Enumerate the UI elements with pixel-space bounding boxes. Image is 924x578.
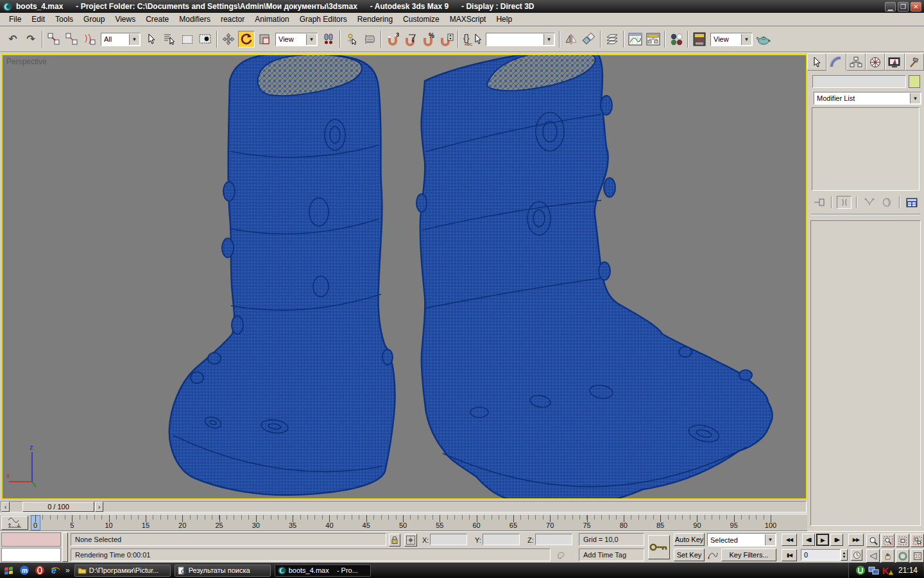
time-slider-track[interactable] bbox=[1, 501, 807, 512]
add-time-tag[interactable]: Add Time Tag bbox=[579, 548, 644, 561]
time-configuration-button[interactable] bbox=[851, 549, 862, 561]
object-name-field[interactable] bbox=[812, 75, 906, 88]
menu-item-7[interactable]: reactor bbox=[216, 13, 250, 25]
render-setup-button[interactable] bbox=[691, 31, 708, 48]
selection-filter-dropdown[interactable]: All▼ bbox=[101, 33, 141, 46]
align-button[interactable] bbox=[581, 31, 597, 48]
quick-launch-opera[interactable] bbox=[33, 564, 46, 577]
percent-snap-toggle[interactable]: % bbox=[420, 31, 437, 48]
tab-utilities[interactable] bbox=[905, 53, 924, 71]
zoom-extents-button[interactable] bbox=[896, 534, 909, 547]
window-crossing-toggle[interactable] bbox=[197, 31, 214, 48]
snaps-toggle-button[interactable]: 3 bbox=[384, 31, 401, 48]
taskbar-button-3dsmax[interactable]: boots_4.max - Pro... bbox=[275, 565, 371, 577]
menu-item-9[interactable]: Graph Editors bbox=[295, 13, 352, 25]
bind-to-spacewarp-button[interactable] bbox=[81, 31, 98, 48]
menu-item-6[interactable]: Modifiers bbox=[174, 13, 216, 25]
minimize-button[interactable]: ▁ bbox=[885, 2, 896, 12]
listener-splitter[interactable] bbox=[62, 532, 68, 562]
quick-launch-maxthon[interactable]: m bbox=[18, 564, 31, 577]
tab-modify[interactable] bbox=[826, 53, 846, 71]
arc-rotate-button[interactable] bbox=[896, 549, 909, 563]
next-frame-button[interactable]: ▮▶ bbox=[830, 534, 843, 546]
select-by-name-button[interactable] bbox=[161, 31, 178, 48]
perspective-viewport[interactable]: Perspective bbox=[1, 54, 807, 500]
select-and-scale-button[interactable] bbox=[256, 31, 273, 48]
make-unique-button[interactable] bbox=[862, 196, 877, 209]
tab-create[interactable] bbox=[807, 53, 826, 71]
y-coord-field[interactable] bbox=[483, 534, 520, 545]
mirror-button[interactable] bbox=[563, 31, 579, 48]
modifier-list-dropdown[interactable]: Modifier List▼ bbox=[814, 92, 921, 105]
menu-item-10[interactable]: Rendering bbox=[352, 13, 398, 25]
default-in-out-tangents-button[interactable] bbox=[707, 548, 719, 561]
previous-frame-arrow[interactable]: ‹ bbox=[1, 502, 10, 512]
go-to-start-button[interactable]: ◀◀ bbox=[782, 534, 797, 546]
z-coord-field[interactable] bbox=[535, 534, 572, 545]
render-type-dropdown[interactable]: View▼ bbox=[710, 33, 753, 46]
modifier-stack-list[interactable] bbox=[812, 107, 920, 191]
pan-button[interactable] bbox=[881, 549, 894, 563]
reference-coordinate-dropdown[interactable]: View▼ bbox=[275, 33, 318, 46]
quick-launch-ie[interactable]: e bbox=[49, 564, 62, 577]
menu-item-12[interactable]: MAXScript bbox=[445, 13, 492, 25]
show-end-result-button[interactable] bbox=[837, 196, 851, 209]
object-color-swatch[interactable] bbox=[909, 75, 920, 88]
open-mini-curve-editor-button[interactable] bbox=[1, 516, 28, 530]
zoom-all-button[interactable] bbox=[881, 534, 894, 547]
title-bar[interactable]: boots_4.max - Project Folder: C:\Documen… bbox=[0, 0, 924, 13]
close-button[interactable]: ✕ bbox=[911, 2, 921, 12]
menu-item-5[interactable]: Create bbox=[141, 13, 174, 25]
menu-item-11[interactable]: Customize bbox=[398, 13, 445, 25]
pin-stack-button[interactable] bbox=[812, 196, 826, 209]
select-and-move-button[interactable] bbox=[220, 31, 237, 48]
tab-hierarchy[interactable] bbox=[846, 53, 866, 71]
menu-item-8[interactable]: Animation bbox=[250, 13, 294, 25]
tab-motion[interactable] bbox=[866, 53, 885, 71]
communicate-icon[interactable] bbox=[554, 548, 567, 561]
menu-item-2[interactable]: Tools bbox=[50, 13, 78, 25]
select-object-button[interactable] bbox=[143, 31, 160, 48]
key-mode-dropdown[interactable]: Selected▼ bbox=[707, 533, 776, 547]
next-frame-arrow[interactable]: › bbox=[95, 502, 103, 512]
use-pivot-center-button[interactable] bbox=[320, 31, 337, 48]
antivirus-tray-icon[interactable]: K! bbox=[882, 566, 893, 575]
play-button[interactable]: ▶ bbox=[816, 534, 829, 546]
menu-item-1[interactable]: Edit bbox=[26, 13, 50, 25]
angle-snap-toggle[interactable] bbox=[402, 31, 419, 48]
taskbar-button-explorer[interactable]: D:\Програмки\Pictur... bbox=[74, 565, 171, 577]
menu-item-4[interactable]: Views bbox=[110, 13, 141, 25]
edit-named-selection-sets-button[interactable]: {}ABC bbox=[461, 31, 483, 48]
select-and-rotate-button[interactable] bbox=[238, 31, 255, 48]
named-selection-dropdown[interactable]: ▼ bbox=[486, 33, 555, 46]
auto-key-button[interactable]: Auto Key bbox=[674, 533, 705, 546]
select-and-manipulate-button[interactable] bbox=[343, 31, 360, 48]
current-frame-field[interactable]: 0 bbox=[801, 549, 841, 561]
schematic-view-button[interactable] bbox=[645, 31, 662, 48]
time-slider-button[interactable]: 0 / 100 bbox=[22, 502, 94, 512]
field-of-view-button[interactable] bbox=[866, 549, 880, 563]
rectangular-selection-region-button[interactable] bbox=[179, 31, 196, 48]
restore-button[interactable]: ❐ bbox=[898, 2, 909, 12]
maxscript-mini-listener-pink[interactable] bbox=[1, 532, 61, 547]
taskbar-button-search-results[interactable]: Результаты поиска bbox=[175, 565, 271, 577]
key-filters-button[interactable]: Key Filters... bbox=[721, 548, 776, 561]
previous-frame-button[interactable]: ◀▮ bbox=[802, 534, 815, 546]
zoom-extents-all-button[interactable] bbox=[911, 534, 924, 547]
unlink-button[interactable] bbox=[64, 31, 80, 48]
key-mode-toggle-button[interactable]: ▮◀ bbox=[782, 549, 797, 561]
track-bar[interactable]: 0510152025303540455055606570758085909510… bbox=[0, 514, 807, 531]
maximize-viewport-toggle[interactable] bbox=[911, 549, 924, 563]
selection-lock-toggle[interactable] bbox=[389, 534, 400, 547]
set-keys-button[interactable] bbox=[648, 535, 670, 559]
absolute-offset-toggle[interactable] bbox=[404, 534, 417, 547]
quick-render-button[interactable] bbox=[755, 31, 772, 48]
x-coord-field[interactable] bbox=[430, 534, 467, 545]
remove-modifier-button[interactable] bbox=[880, 196, 894, 209]
maxscript-mini-listener-white[interactable] bbox=[1, 548, 61, 562]
tab-display[interactable] bbox=[885, 53, 904, 71]
redo-button[interactable]: ↷ bbox=[22, 31, 39, 48]
material-editor-button[interactable] bbox=[668, 31, 685, 48]
configure-modifier-sets-button[interactable] bbox=[905, 196, 920, 209]
go-to-end-button[interactable]: ▶▶ bbox=[848, 534, 864, 546]
